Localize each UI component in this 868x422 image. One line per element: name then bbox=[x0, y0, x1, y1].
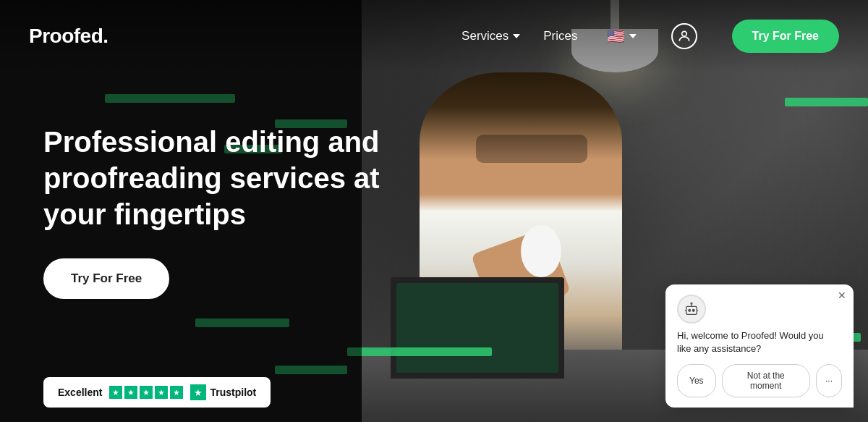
trustpilot-name: Trustpilot bbox=[210, 387, 256, 398]
svg-point-0 bbox=[681, 31, 686, 36]
language-selector[interactable]: 🇺🇸 bbox=[601, 25, 642, 48]
star-5: ★ bbox=[170, 386, 183, 399]
bot-icon bbox=[684, 301, 699, 317]
star-1: ★ bbox=[109, 386, 122, 399]
chevron-down-icon bbox=[513, 34, 520, 38]
chat-more-button[interactable]: ··· bbox=[816, 364, 842, 397]
green-bar-7 bbox=[785, 98, 868, 106]
navbar: Proofed. Services Prices 🇺🇸 Try For Free bbox=[0, 0, 868, 72]
hero-content: Professional editing and proofreading se… bbox=[43, 124, 434, 299]
chat-actions: Yes Not at the moment ··· bbox=[677, 364, 842, 397]
try-for-free-hero-button[interactable]: Try For Free bbox=[43, 258, 169, 299]
trustpilot-star-icon: ★ bbox=[190, 384, 206, 400]
chat-close-button[interactable]: ✕ bbox=[838, 290, 846, 300]
user-account-button[interactable] bbox=[671, 23, 697, 49]
star-4: ★ bbox=[155, 386, 168, 399]
svg-point-5 bbox=[691, 303, 692, 304]
chat-widget: ✕ Hi, welcome to Proofed! Would you like… bbox=[665, 284, 854, 408]
chat-yes-button[interactable]: Yes bbox=[677, 364, 716, 397]
hero-title: Professional editing and proofreading se… bbox=[43, 124, 434, 232]
chat-no-button[interactable]: Not at the moment bbox=[722, 364, 810, 397]
nav-prices[interactable]: Prices bbox=[543, 29, 577, 43]
try-for-free-nav-button[interactable]: Try For Free bbox=[732, 20, 839, 53]
user-icon bbox=[677, 29, 692, 43]
flag-icon: 🇺🇸 bbox=[607, 28, 625, 45]
trustpilot-logo: ★ Trustpilot bbox=[190, 384, 256, 400]
trustpilot-rating-label: Excellent bbox=[58, 387, 102, 398]
svg-rect-1 bbox=[686, 306, 697, 314]
trustpilot-stars: ★ ★ ★ ★ ★ bbox=[109, 386, 183, 399]
svg-point-3 bbox=[692, 309, 694, 311]
chat-message-text: Hi, welcome to Proofed! Would you like a… bbox=[677, 329, 842, 355]
flag-chevron-icon bbox=[629, 34, 637, 38]
star-2: ★ bbox=[124, 386, 137, 399]
logo[interactable]: Proofed. bbox=[29, 25, 109, 48]
star-3: ★ bbox=[140, 386, 153, 399]
green-bar-5 bbox=[347, 347, 492, 356]
trustpilot-badge[interactable]: Excellent ★ ★ ★ ★ ★ ★ Trustpilot bbox=[43, 377, 271, 408]
nav-services[interactable]: Services bbox=[461, 29, 520, 43]
hero-section: Proofed. Services Prices 🇺🇸 Try For Free bbox=[0, 0, 868, 422]
chat-avatar bbox=[677, 295, 706, 324]
nav-links: Services Prices 🇺🇸 bbox=[461, 23, 697, 49]
svg-point-2 bbox=[689, 309, 691, 311]
chat-bubble: ✕ Hi, welcome to Proofed! Would you like… bbox=[665, 284, 854, 408]
